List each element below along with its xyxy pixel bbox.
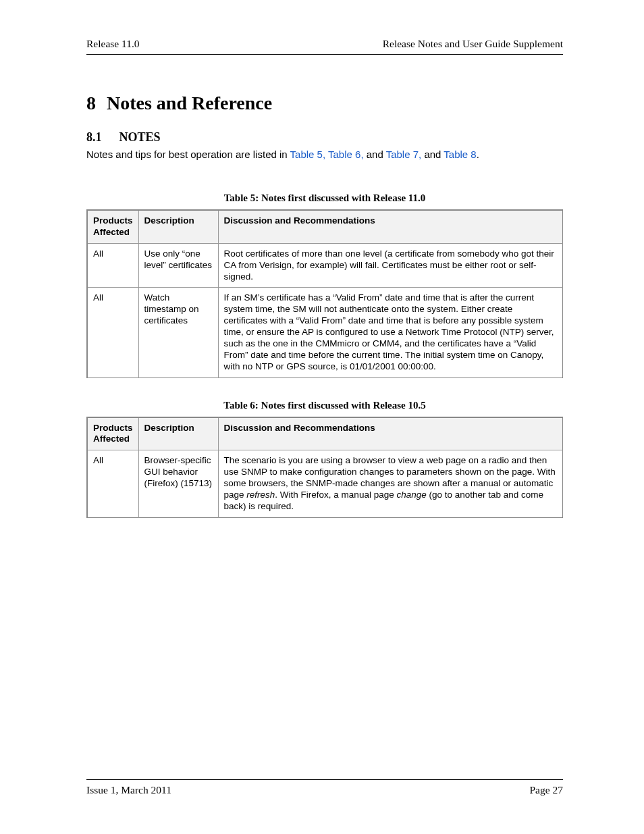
table-5-caption: Table 5: Notes first discussed with Rele… bbox=[86, 192, 563, 204]
col-products-header: Products Affected bbox=[87, 210, 138, 243]
table-header-row: Products Affected Description Discussion… bbox=[87, 210, 563, 243]
cell-products: All bbox=[87, 288, 138, 377]
link-table-5[interactable]: Table 5, bbox=[290, 149, 326, 160]
footer-right: Page 27 bbox=[529, 784, 563, 796]
cell-discussion: The scenario is you are using a browser … bbox=[218, 450, 562, 517]
footer-left: Issue 1, March 2011 bbox=[86, 784, 171, 796]
cell-description: Use only “one level” certificates bbox=[138, 243, 218, 288]
link-table-6[interactable]: Table 6, bbox=[328, 149, 364, 160]
section-number: 8 bbox=[86, 93, 96, 113]
cell-description: Watch timestamp on certificates bbox=[138, 288, 218, 377]
page-header: Release 11.0 Release Notes and User Guid… bbox=[86, 38, 563, 50]
col-discussion-header: Discussion and Recommendations bbox=[218, 417, 562, 450]
cell-discussion: If an SM’s certificate has a “Valid From… bbox=[218, 288, 562, 377]
col-discussion-header: Discussion and Recommendations bbox=[218, 210, 562, 243]
section-title-text: Notes and Reference bbox=[107, 93, 272, 113]
subsection-heading: 8.1NOTES bbox=[86, 130, 563, 145]
cell-discussion: Root certificates of more than one level… bbox=[218, 243, 562, 288]
table-row: All Use only “one level” certificates Ro… bbox=[87, 243, 563, 288]
footer-rule bbox=[86, 779, 563, 780]
subsection-title-text: NOTES bbox=[119, 130, 161, 144]
cell-description: Browser-specific GUI behavior (Firefox) … bbox=[138, 450, 218, 517]
col-products-header: Products Affected bbox=[87, 417, 138, 450]
table-5: Products Affected Description Discussion… bbox=[86, 209, 563, 378]
link-table-8[interactable]: Table 8 bbox=[444, 149, 476, 160]
subsection-number: 8.1 bbox=[86, 130, 102, 144]
table-row: All Watch timestamp on certificates If a… bbox=[87, 288, 563, 377]
link-table-7[interactable]: Table 7, bbox=[386, 149, 422, 160]
cell-products: All bbox=[87, 243, 138, 288]
page-footer: Issue 1, March 2011 Page 27 bbox=[86, 779, 563, 796]
col-description-header: Description bbox=[138, 417, 218, 450]
table-row: All Browser-specific GUI behavior (Firef… bbox=[87, 450, 563, 517]
intro-text: Notes and tips for best operation are li… bbox=[86, 149, 290, 160]
table-6-caption: Table 6: Notes first discussed with Rele… bbox=[86, 400, 563, 411]
cell-products: All bbox=[87, 450, 138, 517]
header-right: Release Notes and User Guide Supplement bbox=[383, 38, 563, 50]
header-left: Release 11.0 bbox=[86, 38, 140, 50]
section-heading: 8Notes and Reference bbox=[86, 93, 563, 114]
table-6: Products Affected Description Discussion… bbox=[86, 417, 563, 518]
col-description-header: Description bbox=[138, 210, 218, 243]
table-header-row: Products Affected Description Discussion… bbox=[87, 417, 563, 450]
header-rule bbox=[86, 54, 563, 55]
intro-paragraph: Notes and tips for best operation are li… bbox=[86, 149, 563, 160]
